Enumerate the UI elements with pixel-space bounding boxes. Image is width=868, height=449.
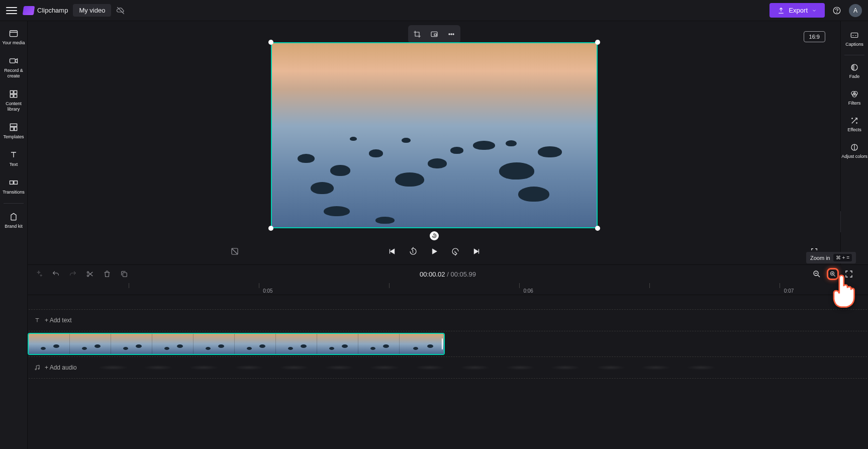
redo-button[interactable]	[68, 269, 78, 279]
sidebar-item-label: Text	[10, 162, 18, 167]
skip-start-button[interactable]	[386, 245, 398, 257]
canvas[interactable]	[271, 42, 598, 228]
svg-rect-8	[14, 95, 17, 98]
svg-rect-4	[10, 59, 16, 63]
export-button[interactable]: Export	[769, 3, 825, 18]
svg-point-26	[453, 34, 454, 35]
sidebar-item-label: Adjust colors	[841, 154, 867, 159]
play-button[interactable]	[428, 245, 440, 257]
tooltip-shortcut: ⌘ + =	[833, 254, 852, 261]
duration: 00:05.99	[450, 271, 476, 278]
copy-button[interactable]	[119, 269, 129, 279]
video-track[interactable]	[28, 332, 868, 355]
svg-rect-5	[10, 91, 13, 94]
app-logo[interactable]: Clipchamp	[23, 6, 68, 15]
project-name[interactable]: My video	[73, 4, 111, 17]
sidebar-item-content-library[interactable]: Content library	[0, 85, 28, 116]
preview-area: 16:9	[28, 21, 840, 264]
sidebar-item-label: Filters	[848, 101, 861, 106]
sidebar-item-your-media[interactable]: Your media	[0, 24, 28, 50]
magic-button[interactable]	[34, 269, 44, 279]
sidebar-item-label: Record & create	[0, 68, 28, 79]
resize-handle-tr[interactable]	[595, 40, 600, 45]
timeline-ruler[interactable]: 0:05 0:06 0:07	[28, 283, 868, 295]
crop-button[interactable]	[410, 27, 424, 41]
svg-rect-13	[14, 181, 18, 185]
svg-rect-12	[10, 181, 14, 185]
video-clip[interactable]	[28, 333, 445, 355]
svg-text:5: 5	[412, 250, 413, 253]
add-text-label: + Add text	[45, 317, 72, 324]
sidebar-item-record-create[interactable]: Record & create	[0, 52, 28, 83]
delete-button[interactable]	[102, 269, 112, 279]
sidebar-item-brand-kit[interactable]: Brand kit	[0, 208, 28, 233]
resize-handle-tl[interactable]	[268, 40, 273, 45]
text-track[interactable]: + Add text	[28, 309, 868, 331]
left-sidebar: Your media Record & create Content libra…	[0, 21, 28, 449]
undo-button[interactable]	[51, 269, 61, 279]
svg-rect-9	[10, 124, 17, 126]
ruler-tick-label: 0:06	[523, 288, 533, 294]
more-button[interactable]	[444, 27, 458, 41]
pip-button[interactable]	[427, 27, 441, 41]
svg-point-2	[837, 12, 837, 13]
audio-track[interactable]: + Add audio	[28, 356, 868, 379]
resize-handle-bl[interactable]	[268, 226, 273, 231]
resize-handle-br[interactable]	[595, 226, 600, 231]
zoom-in-tooltip: Zoom in ⌘ + =	[806, 252, 856, 263]
svg-rect-23	[434, 34, 437, 35]
sidebar-item-effects[interactable]: Effects	[841, 112, 869, 137]
sidebar-item-label: Templates	[3, 134, 24, 140]
zoom-in-button[interactable]	[827, 268, 839, 280]
svg-point-19	[852, 118, 853, 119]
svg-point-25	[451, 34, 452, 35]
svg-rect-7	[10, 95, 13, 98]
sidebar-item-fade[interactable]: Fade	[841, 58, 869, 84]
svg-point-37	[35, 369, 36, 370]
add-text-button[interactable]: + Add text	[34, 317, 72, 324]
aspect-ratio-button[interactable]: 16:9	[804, 31, 825, 42]
ruler-tick-label: 0:05	[263, 288, 272, 294]
timecode: 00:00.02 / 00:05.99	[420, 271, 476, 278]
forward-5s-button[interactable]: 5	[449, 245, 461, 257]
avatar[interactable]: A	[849, 4, 862, 17]
sidebar-item-label: Your media	[2, 40, 25, 46]
svg-text:5: 5	[454, 250, 455, 253]
zoom-out-button[interactable]	[811, 268, 823, 280]
svg-rect-3	[10, 31, 18, 37]
sidebar-item-text[interactable]: Text	[0, 146, 28, 171]
sync-off-icon[interactable]	[116, 6, 125, 15]
right-sidebar: Captions Fade Filters Effects Adjust col…	[840, 21, 868, 264]
sidebar-item-adjust-colors[interactable]: Adjust colors	[841, 138, 869, 164]
split-button[interactable]	[85, 269, 95, 279]
svg-rect-10	[10, 127, 14, 131]
sidebar-item-label: Captions	[845, 42, 863, 47]
playback-controls: 5 5	[28, 245, 840, 257]
logo-icon	[23, 6, 35, 15]
rotate-handle[interactable]	[430, 231, 439, 240]
zoom-fit-button[interactable]	[843, 268, 855, 280]
selection-border	[271, 42, 598, 228]
svg-rect-34	[123, 273, 127, 277]
skip-end-button[interactable]	[470, 245, 483, 257]
back-5s-button[interactable]: 5	[407, 245, 419, 257]
menu-button[interactable]	[6, 5, 17, 16]
sidebar-item-filters[interactable]: Filters	[841, 85, 869, 111]
ruler-tick-label: 0:07	[784, 288, 794, 294]
svg-rect-14	[851, 33, 858, 38]
tracks: + Add text + Add audio	[28, 295, 868, 379]
sidebar-item-captions[interactable]: Captions	[841, 26, 869, 52]
sidebar-item-label: Transitions	[3, 190, 25, 195]
add-audio-button[interactable]: + Add audio	[34, 364, 77, 371]
sidebar-item-label: Content library	[0, 101, 28, 112]
sidebar-item-transitions[interactable]: Transitions	[0, 173, 28, 199]
svg-point-24	[449, 34, 450, 35]
sidebar-item-label: Effects	[847, 127, 861, 133]
svg-rect-6	[14, 91, 17, 94]
clip-trim-handle[interactable]	[441, 334, 445, 354]
svg-point-20	[856, 123, 857, 124]
sidebar-item-label: Fade	[849, 74, 860, 79]
timeline-toolbar: 00:00.02 / 00:05.99 Zoom in ⌘ + =	[28, 265, 868, 283]
sidebar-item-templates[interactable]: Templates	[0, 118, 28, 144]
help-button[interactable]	[830, 4, 844, 18]
